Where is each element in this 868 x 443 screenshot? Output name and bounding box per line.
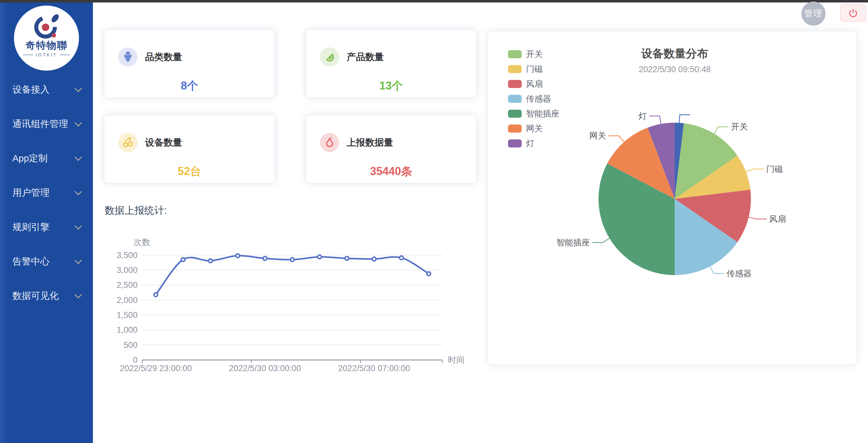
svg-text:1,000: 1,000 (117, 325, 137, 335)
svg-text:3,500: 3,500 (117, 251, 137, 260)
svg-text:0: 0 (133, 355, 137, 365)
pie-label-smart-socket: 智能插座 (556, 238, 590, 247)
stat-card-title: 产品数量 (347, 51, 384, 64)
stat-card-head: 设备数量 (118, 133, 182, 152)
stat-card-value: 35440条 (306, 164, 476, 179)
svg-text:2,500: 2,500 (117, 280, 137, 290)
svg-text:2022/5/29 23:00:00: 2022/5/29 23:00:00 (120, 364, 192, 373)
lemon-icon (320, 48, 339, 67)
line-chart-section-title: 数据上报统计: (105, 204, 167, 218)
device-distribution-pie: 开关门磁风扇传感器智能插座网关灯 (488, 31, 857, 365)
line-data-point (290, 258, 294, 261)
svg-text:3,000: 3,000 (117, 265, 137, 275)
stat-card-value: 13个 (306, 78, 476, 94)
sidebar-item-alarm-center[interactable]: 告警中心 (0, 252, 93, 271)
svg-text:500: 500 (124, 341, 137, 350)
pie-leader-line-switch (714, 127, 728, 134)
stat-card-head: 产品数量 (320, 48, 384, 67)
svg-text:时间: 时间 (448, 355, 465, 365)
sidebar-item-device-access[interactable]: 设备接入 (0, 80, 93, 99)
sidebar-item-label: 数据可见化 (12, 290, 75, 303)
chevron-down-icon (74, 222, 82, 229)
line-data-point (400, 256, 403, 260)
chevron-down-icon (74, 85, 82, 92)
grapes-icon (118, 48, 137, 67)
sidebar-item-label: 通讯组件管理 (12, 118, 75, 130)
sidebar-item-label: 规则引擎 (12, 221, 75, 233)
chevron-down-icon (74, 119, 82, 126)
line-data-point (345, 256, 349, 260)
stat-card-device-count: 设备数量 52台 (104, 116, 275, 183)
app-logo: 奇特物聯 IOTKIT (14, 6, 79, 71)
stat-card-value: 52台 (104, 164, 275, 179)
sidebar-item-label: App定制 (12, 152, 75, 165)
iotkit-logo-icon (29, 11, 64, 41)
device-distribution-panel: 设备数量分布 2022/5/30 09:50:48 开关门磁风扇传感器智能插座网… (488, 31, 857, 365)
stat-card-title: 设备数量 (145, 136, 182, 149)
line-data-point (263, 256, 267, 260)
stat-card-head: 品类数量 (118, 48, 182, 67)
brand-name: 奇特物聯 (25, 40, 67, 50)
stat-card-category-count: 品类数量 8个 (104, 30, 275, 97)
line-data-point (154, 293, 158, 296)
pie-label-light: 灯 (639, 112, 647, 121)
stat-card-product-count: 产品数量 13个 (306, 30, 476, 97)
svg-text:次数: 次数 (133, 238, 150, 247)
pie-leader-line-sensor (710, 266, 724, 274)
pie-label-switch: 开关 (731, 122, 748, 131)
svg-text:2022/5/30 07:00:00: 2022/5/30 07:00:00 (338, 364, 410, 373)
stat-card-report-count: 上报数据量 35440条 (306, 116, 476, 183)
pie-label-gateway: 网关 (590, 131, 606, 140)
pie-leader-line-door-sensor (745, 169, 764, 172)
pie-leader-line-smart-socket (592, 238, 610, 243)
window-top-bar (0, 0, 868, 2)
line-data-point (236, 254, 240, 257)
pie-leader-line-fan (748, 217, 767, 219)
line-data-point (209, 259, 212, 263)
pie-leader-line-light (649, 116, 661, 125)
stat-card-head: 上报数据量 (320, 133, 393, 152)
pie-leader-line-gateway (609, 136, 625, 142)
sidebar-item-label: 用户管理 (12, 187, 75, 199)
pie-label-sensor: 传感器 (726, 269, 751, 278)
sidebar-nav: 设备接入 通讯组件管理 App定制 用户管理 规则引擎 告警中心 数据可见化 (0, 80, 93, 321)
sidebar: 奇特物聯 IOTKIT 设备接入 通讯组件管理 App定制 用户管理 规则引擎 … (0, 2, 93, 443)
pie-leader-line-unlabeled (679, 115, 690, 124)
sidebar-item-user-mgmt[interactable]: 用户管理 (0, 183, 93, 202)
svg-text:2022/5/30 03:00:00: 2022/5/30 03:00:00 (229, 364, 301, 373)
stat-card-title: 上报数据量 (347, 136, 393, 149)
line-data-point (318, 255, 321, 259)
sidebar-item-label: 设备接入 (12, 83, 75, 96)
stat-card-value: 8个 (104, 78, 275, 94)
svg-text:1,500: 1,500 (117, 310, 137, 320)
sidebar-item-comm-component-mgmt[interactable]: 通讯组件管理 (0, 114, 93, 133)
cherry-icon (118, 133, 137, 152)
pie-label-door-sensor: 门磁 (766, 164, 783, 174)
logout-button[interactable] (840, 4, 866, 22)
sidebar-item-rule-engine[interactable]: 规则引擎 (0, 218, 93, 237)
sidebar-item-data-visualization[interactable]: 数据可见化 (0, 286, 93, 306)
power-icon (848, 8, 859, 18)
chevron-down-icon (74, 188, 82, 195)
chevron-down-icon (74, 256, 82, 264)
svg-text:2,000: 2,000 (117, 295, 137, 305)
stat-card-title: 品类数量 (145, 51, 182, 64)
brand-subtitle: IOTKIT (23, 52, 69, 57)
chevron-down-icon (74, 291, 82, 298)
sidebar-item-label: 告警中心 (12, 255, 75, 268)
pie-label-fan: 风扇 (769, 214, 786, 224)
sidebar-item-app-custom[interactable]: App定制 (0, 149, 93, 168)
pear-icon (320, 133, 339, 152)
line-data-point (372, 257, 376, 261)
line-data-point (427, 272, 431, 276)
report-line-chart: 05001,0001,5002,0002,5003,0003,500次数2022… (102, 232, 468, 376)
chevron-down-icon (74, 153, 82, 161)
line-data-point (181, 258, 185, 261)
user-avatar[interactable]: 管理 (801, 2, 826, 26)
